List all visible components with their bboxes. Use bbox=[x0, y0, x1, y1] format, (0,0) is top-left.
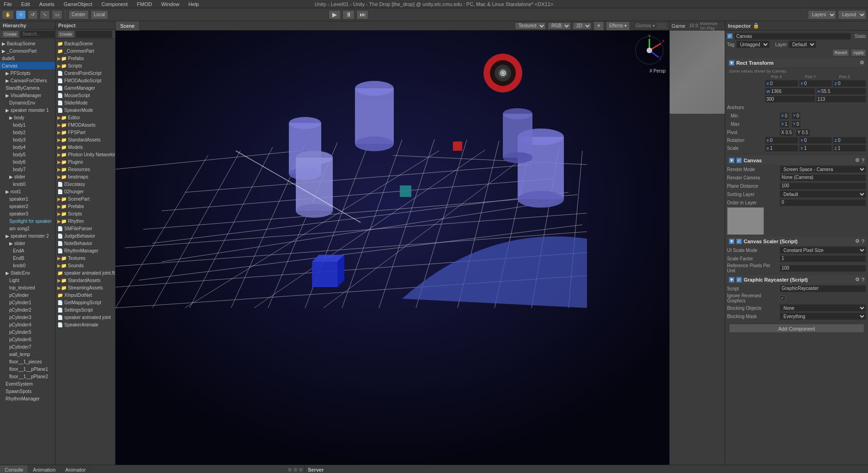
anchor-max-x[interactable]: X 1 bbox=[780, 121, 789, 128]
hier-item-speaker-monster-2[interactable]: ▶ speaker monster 2 bbox=[0, 232, 55, 240]
game-tab[interactable]: Game bbox=[672, 23, 685, 29]
apply-btn[interactable]: Apply bbox=[851, 49, 866, 56]
maximize-label[interactable]: Maximize On Play bbox=[700, 21, 723, 31]
gr-blocking-mask-select[interactable]: Everything bbox=[780, 313, 866, 320]
hier-item-body1[interactable]: body1 bbox=[0, 121, 55, 129]
gr-ignore-cb[interactable]: ✓ bbox=[780, 295, 785, 301]
hier-item-body2[interactable]: body2 bbox=[0, 129, 55, 136]
inspector-lock-btn[interactable]: 🔒 bbox=[753, 23, 759, 29]
hier-item-root1[interactable]: ▶ root1 bbox=[0, 188, 55, 195]
hier-item-backupscene[interactable]: ▶ BackupScene bbox=[0, 40, 55, 47]
hier-item-speaker3[interactable]: speaker3 bbox=[0, 210, 55, 217]
hier-item-endA[interactable]: EndA bbox=[0, 247, 55, 254]
proj-speakerAnimate[interactable]: 📄SpeakerAnimate bbox=[55, 321, 115, 328]
graphic-raycaster-section[interactable]: ▼ ✓ Graphic Raycaster (Script) ⚙ ? bbox=[727, 275, 866, 284]
ui-scale-mode-select[interactable]: Constant Pixel Size bbox=[780, 246, 866, 254]
canvas-scaler-expand[interactable]: ▼ bbox=[729, 239, 734, 244]
hand-tool-btn[interactable]: ✋ bbox=[2, 10, 14, 19]
hierarchy-create-btn[interactable]: Create bbox=[2, 31, 19, 38]
proj-getmapping[interactable]: 📄GetMappingScript bbox=[55, 299, 115, 306]
height-field[interactable]: H55.5 bbox=[816, 88, 867, 95]
order-in-layer-value[interactable]: 0 bbox=[780, 199, 866, 206]
menu-assets[interactable]: Assets bbox=[37, 1, 56, 7]
menu-window[interactable]: Window bbox=[159, 1, 181, 7]
proj-fpspart[interactable]: ▶📁FPSPart bbox=[55, 129, 115, 136]
rgb-dropdown[interactable]: RGB bbox=[548, 22, 571, 30]
hier-item-speaker1[interactable]: speaker1 bbox=[0, 195, 55, 203]
rect-expand[interactable]: ▼ bbox=[729, 60, 734, 66]
menu-fmod[interactable]: FMOD bbox=[135, 1, 153, 7]
proj-streamingassets[interactable]: ▶📁StreamingAssets bbox=[55, 284, 115, 291]
canvas-enabled-cb[interactable]: ✓ bbox=[736, 158, 742, 163]
fx-btn[interactable]: Effects ▾ bbox=[606, 21, 630, 31]
hier-item-pfscripts[interactable]: ▶ PFScripts bbox=[0, 69, 55, 77]
project-create-btn[interactable]: Create bbox=[57, 31, 74, 38]
gr-help[interactable]: ? bbox=[862, 277, 864, 283]
pivot-y-field[interactable]: Y 0.5 bbox=[796, 129, 809, 136]
pos-x-field[interactable]: X0 bbox=[765, 80, 798, 87]
anchor-min-y[interactable]: Y 0 bbox=[792, 112, 801, 119]
proj-speakermode[interactable]: 📄SpeakerMode bbox=[55, 106, 115, 114]
proj-standardassets2[interactable]: ▶📁StandardAssets bbox=[55, 276, 115, 284]
proj-notebehavior[interactable]: 📄NoteBehavior bbox=[55, 240, 115, 247]
width2-field[interactable]: 300 bbox=[765, 96, 815, 103]
proj-scenepart[interactable]: ▶📁ScenePart bbox=[55, 195, 115, 203]
plane-distance-value[interactable]: 100 bbox=[780, 183, 866, 190]
proj-scripts2[interactable]: ▶📁Scripts bbox=[55, 210, 115, 217]
height2-field[interactable]: 113 bbox=[816, 96, 867, 103]
hier-item-floor1pplane1[interactable]: floor__1__pPlane1 bbox=[0, 365, 55, 373]
scale-x-field[interactable]: X 1 bbox=[765, 145, 798, 152]
hier-item-pcylinder[interactable]: pCylinder bbox=[0, 291, 55, 299]
project-search[interactable] bbox=[75, 31, 112, 38]
scale-z-field[interactable]: Z 1 bbox=[833, 145, 866, 152]
proj-judgebehavior[interactable]: 📄JudgeBehavior bbox=[55, 232, 115, 240]
proj-02hunger[interactable]: 📄02hunger bbox=[55, 188, 115, 195]
hier-item-floor1pplane2[interactable]: floor__1__pPlane2 bbox=[0, 373, 55, 380]
gr-cb[interactable]: ✓ bbox=[736, 277, 742, 283]
gr-script-value[interactable]: GraphicRaycaster bbox=[780, 285, 866, 292]
proj-prefabs[interactable]: ▶📁Prefabs bbox=[55, 55, 115, 62]
ref-pixels-value[interactable]: 100 bbox=[780, 265, 866, 272]
hier-item-visualmanager[interactable]: ▶ VisualManager bbox=[0, 92, 55, 99]
gr-expand[interactable]: ▼ bbox=[729, 277, 734, 283]
animator-tab[interactable]: Animator bbox=[61, 465, 91, 473]
menu-file[interactable]: File bbox=[2, 1, 14, 7]
sorting-layer-select[interactable]: Default bbox=[780, 190, 866, 198]
hier-item-body7[interactable]: body7 bbox=[0, 166, 55, 173]
hier-item-rhythmmanager[interactable]: RhythmManager bbox=[0, 395, 55, 402]
menu-component[interactable]: Component bbox=[99, 1, 129, 7]
hier-item-light[interactable]: Light bbox=[0, 276, 55, 284]
hier-item-endB[interactable]: EndB bbox=[0, 254, 55, 262]
canvas-expand[interactable]: ▼ bbox=[729, 158, 734, 163]
proj-plugins[interactable]: ▶📁Plugins bbox=[55, 158, 115, 166]
rect-transform-section[interactable]: ▼ Rect Transform ⚙ bbox=[727, 58, 866, 67]
proj-beatmaps[interactable]: ▶📁beatmaps bbox=[55, 173, 115, 180]
proj-fmodaudioscript[interactable]: 📄FMODAudioScript bbox=[55, 77, 115, 84]
pivot-btn[interactable]: Center bbox=[68, 10, 89, 19]
proj-xinputdotnet[interactable]: 📁XInputDotNet bbox=[55, 291, 115, 299]
pivot-x-field[interactable]: X 0.5 bbox=[780, 129, 793, 136]
hier-item-am-song2[interactable]: am song2 bbox=[0, 225, 55, 232]
canvas-scaler-cb[interactable]: ✓ bbox=[736, 239, 742, 244]
hier-item-canvasforothers[interactable]: ▶ CanvasForOthers bbox=[0, 77, 55, 84]
proj-prefabs2[interactable]: ▶📁Prefabs bbox=[55, 203, 115, 210]
proj-settings[interactable]: 📄SettingsScript bbox=[55, 306, 115, 313]
proj-rhythmmanager[interactable]: 📄RhythmManager bbox=[55, 247, 115, 254]
proj-speaker-joint[interactable]: 📄speaker animated joint bbox=[55, 313, 115, 321]
rotate-tool-btn[interactable]: ↺ bbox=[28, 10, 38, 19]
hier-item-pcylinder3[interactable]: pCylinder3 bbox=[0, 313, 55, 321]
proj-fmodassets[interactable]: ▶📁FMODAssets bbox=[55, 121, 115, 129]
hier-item-top-textured[interactable]: top_textured bbox=[0, 284, 55, 291]
render-mode-dropdown[interactable]: Textured bbox=[515, 22, 546, 30]
scale-tool-btn[interactable]: ⤡ bbox=[40, 10, 50, 19]
rot-z-field[interactable]: Z 0 bbox=[833, 137, 866, 144]
rot-y-field[interactable]: Y 0 bbox=[799, 137, 832, 144]
canvas-scaler-settings[interactable]: ⚙ bbox=[855, 238, 860, 244]
proj-slidermode[interactable]: 📄SliderMode bbox=[55, 99, 115, 106]
rect-settings-icon[interactable]: ⚙ bbox=[860, 60, 864, 66]
canvas-settings-icon[interactable]: ⚙ bbox=[855, 157, 860, 163]
canvas-scaler-section[interactable]: ▼ ✓ Canvas Scaler (Script) ⚙ ? bbox=[727, 237, 866, 246]
proj-sounds[interactable]: ▶📁Sounds bbox=[55, 262, 115, 269]
hier-item-floor1pieces[interactable]: floor__1_pieces bbox=[0, 358, 55, 365]
active-checkbox[interactable]: ✓ bbox=[727, 33, 733, 39]
